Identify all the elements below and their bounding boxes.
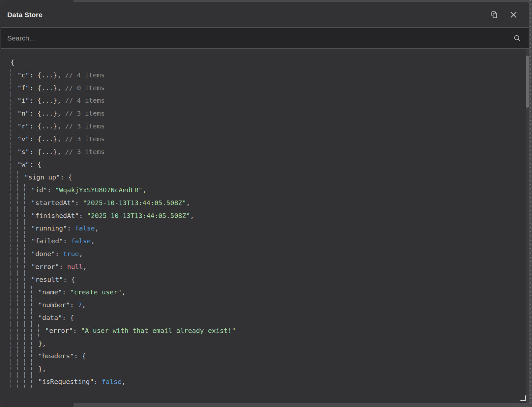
token-str: "WqakjYxSYU8O7NcAedLR"	[55, 184, 142, 197]
indent-guide	[11, 375, 17, 388]
indent-guide	[11, 363, 17, 375]
code-line[interactable]: },	[11, 337, 529, 350]
token-punct: ,	[79, 248, 83, 260]
token-key: "data"	[38, 312, 62, 324]
token-punct: :	[47, 184, 55, 197]
code-line[interactable]: "done": true,	[11, 248, 529, 260]
indent-guide	[17, 184, 24, 197]
json-tree: {"c": {...}, // 4 items"f": {...}, // 0 …	[1, 49, 529, 403]
code-line[interactable]: "i": {...}, // 4 items	[11, 94, 529, 107]
code-line[interactable]: "id": "WqakjYxSYU8O7NcAedLR",	[11, 184, 529, 197]
token-key: "running"	[31, 222, 67, 235]
close-icon[interactable]	[510, 12, 517, 18]
code-line[interactable]: "error": null,	[11, 260, 529, 273]
indent-guide	[24, 299, 31, 312]
code-line[interactable]: "data": {	[11, 312, 529, 324]
indent-guide	[11, 197, 17, 209]
token-punct: :	[59, 260, 67, 273]
token-punct: ,	[95, 222, 99, 235]
token-str: "A user with that email already exist!"	[81, 324, 236, 337]
token-punct: : {...},	[29, 94, 65, 107]
token-punct: : {...},	[29, 82, 65, 95]
indent-guide	[11, 222, 17, 235]
indent-guide	[17, 248, 24, 260]
indent-guide	[31, 299, 38, 312]
resize-handle-icon[interactable]	[519, 394, 527, 402]
indent-guide	[17, 235, 24, 248]
token-punct: :	[94, 375, 102, 388]
copy-icon[interactable]	[490, 11, 498, 18]
search-icon[interactable]	[514, 35, 521, 42]
token-punct: ,	[122, 286, 126, 299]
indent-guide	[31, 312, 38, 324]
token-key: "name"	[38, 286, 62, 299]
token-kw: 7	[78, 299, 82, 312]
indent-guide	[17, 222, 24, 235]
token-punct: ,	[82, 299, 86, 312]
token-key: "isRequesting"	[38, 375, 94, 388]
scrollbar-track[interactable]	[526, 49, 529, 403]
code-line[interactable]: "w": {	[11, 158, 529, 171]
indent-guide	[11, 248, 17, 260]
token-punct: : {...},	[29, 133, 65, 146]
indent-guide	[38, 324, 45, 337]
indent-guide	[17, 260, 24, 273]
code-line[interactable]: },	[11, 363, 529, 375]
code-line[interactable]: "headers": {	[11, 350, 529, 363]
code-line[interactable]: "number": 7,	[11, 299, 529, 312]
code-line[interactable]: "r": {...}, // 3 items	[11, 120, 529, 133]
indent-guide	[24, 375, 31, 388]
token-punct: :	[55, 248, 63, 260]
token-key: "startedAt"	[31, 197, 75, 209]
token-key: "c"	[17, 69, 29, 82]
code-line[interactable]: "isRequesting": false,	[11, 375, 529, 388]
indent-guide	[11, 158, 17, 171]
token-kw: false	[102, 375, 122, 388]
indent-guide	[24, 197, 31, 209]
code-line[interactable]: "c": {...}, // 4 items	[11, 69, 529, 82]
token-comment: // 3 items	[65, 107, 105, 120]
code-line[interactable]: "v": {...}, // 3 items	[11, 133, 529, 146]
code-line[interactable]: "startedAt": "2025-10-13T13:44:05.508Z",	[11, 197, 529, 209]
token-key: "error"	[31, 260, 59, 273]
code-line[interactable]: "result": {	[11, 273, 529, 286]
indent-guide	[24, 337, 31, 350]
indent-guide	[17, 312, 24, 324]
indent-guide	[11, 184, 17, 197]
indent-guide	[17, 286, 24, 299]
indent-guide	[17, 273, 24, 286]
indent-guide	[17, 324, 24, 337]
indent-guide	[17, 350, 24, 363]
indent-guide	[11, 299, 17, 312]
code-line[interactable]: "n": {...}, // 3 items	[11, 107, 529, 120]
token-kw: false	[71, 235, 91, 248]
search-input[interactable]	[7, 34, 514, 42]
token-punct: {	[11, 56, 15, 69]
token-comment: // 3 items	[65, 120, 105, 133]
code-line[interactable]: "name": "create_user",	[11, 286, 529, 299]
code-line[interactable]: "s": {...}, // 3 items	[11, 146, 529, 158]
indent-guide	[17, 171, 24, 184]
indent-guide	[31, 363, 38, 375]
token-key: "w"	[17, 158, 29, 171]
code-line[interactable]: {	[11, 56, 529, 69]
token-key: "i"	[17, 94, 29, 107]
code-line[interactable]: "sign_up": {	[11, 171, 529, 184]
token-punct: :	[62, 286, 70, 299]
code-line[interactable]: "f": {...}, // 0 items	[11, 82, 529, 95]
code-line[interactable]: "finishedAt": "2025-10-13T13:44:05.508Z"…	[11, 209, 529, 222]
scrollbar-thumb[interactable]	[526, 56, 529, 108]
token-key: "n"	[17, 107, 29, 120]
indent-guide	[11, 146, 17, 158]
indent-guide	[24, 184, 31, 197]
token-str: "create_user"	[70, 286, 122, 299]
token-null: null	[67, 260, 83, 273]
token-key: "finishedAt"	[31, 209, 79, 222]
token-comment: // 4 items	[65, 69, 105, 82]
code-line[interactable]: "error": "A user with that email already…	[11, 324, 529, 337]
code-line[interactable]: "running": false,	[11, 222, 529, 235]
indent-guide	[11, 82, 17, 95]
indent-guide	[24, 248, 31, 260]
token-kw: true	[63, 248, 79, 260]
code-line[interactable]: "failed": false,	[11, 235, 529, 248]
